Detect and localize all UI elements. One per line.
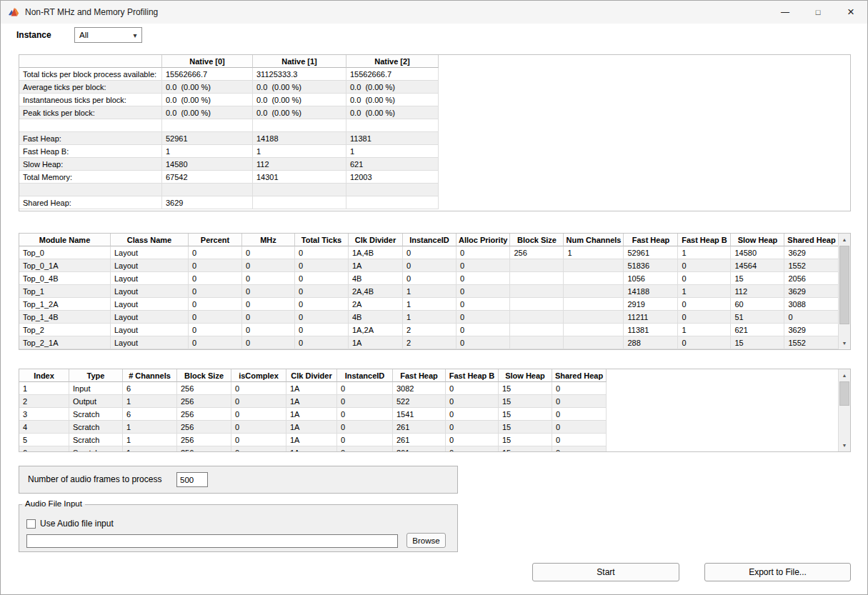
column-header[interactable]: Clk Divider: [286, 369, 337, 382]
table-cell[interactable]: 3629: [784, 324, 839, 336]
table-cell[interactable]: [510, 336, 564, 349]
table-cell[interactable]: 1552: [784, 259, 839, 272]
table-cell[interactable]: Layout: [111, 259, 189, 272]
table-cell[interactable]: 1: [678, 285, 731, 298]
table-cell[interactable]: Scratch: [69, 408, 123, 421]
table-cell[interactable]: 0.0 (0.00 %): [253, 106, 346, 119]
table-cell[interactable]: 0.0 (0.00 %): [346, 106, 439, 119]
table-cell[interactable]: 15: [499, 421, 552, 434]
table-cell[interactable]: Layout: [111, 246, 189, 259]
table-cell[interactable]: 1A,2A: [349, 324, 403, 336]
column-header[interactable]: [19, 55, 162, 68]
table-cell[interactable]: 621: [731, 324, 784, 336]
table-cell[interactable]: 1: [123, 434, 177, 446]
table-cell[interactable]: 0: [552, 408, 607, 421]
table-cell[interactable]: 0: [446, 382, 499, 395]
vertical-scrollbar[interactable]: ▲ ▼: [838, 234, 850, 349]
table-cell[interactable]: Top_1_2A: [19, 298, 111, 311]
table-cell[interactable]: 1A: [286, 395, 337, 408]
table-cell[interactable]: [510, 272, 564, 285]
table-cell[interactable]: 256: [177, 382, 231, 395]
table-cell[interactable]: 51836: [624, 259, 678, 272]
table-cell[interactable]: 0: [678, 259, 731, 272]
table-cell[interactable]: 0: [337, 382, 393, 395]
table-cell[interactable]: 0: [242, 272, 295, 285]
table-cell[interactable]: 0: [403, 246, 457, 259]
table-cell[interactable]: 67542: [162, 171, 253, 184]
table-cell[interactable]: 261: [393, 434, 446, 446]
table-cell[interactable]: [162, 119, 253, 132]
table-cell[interactable]: 1A: [349, 336, 403, 349]
column-header[interactable]: Fast Heap B: [678, 234, 731, 246]
table-cell[interactable]: 256: [177, 446, 231, 452]
column-header[interactable]: Class Name: [111, 234, 189, 246]
table-cell[interactable]: 0: [457, 272, 510, 285]
table-cell[interactable]: 0: [295, 259, 349, 272]
table-cell[interactable]: 0: [242, 259, 295, 272]
table-cell[interactable]: 112: [253, 158, 346, 171]
table-cell[interactable]: 1: [564, 246, 624, 259]
column-header[interactable]: Index: [19, 369, 69, 382]
table-cell[interactable]: [564, 285, 624, 298]
table-cell[interactable]: Input: [69, 382, 123, 395]
table-cell[interactable]: Scratch: [69, 446, 123, 452]
table-cell[interactable]: 3629: [784, 285, 839, 298]
table-cell[interactable]: 51: [731, 311, 784, 324]
table-cell[interactable]: 1A: [286, 434, 337, 446]
table-cell[interactable]: 1A: [286, 446, 337, 452]
table-cell[interactable]: [253, 196, 346, 209]
table-cell[interactable]: 0: [295, 272, 349, 285]
table-cell[interactable]: 2: [403, 336, 457, 349]
table-cell[interactable]: 0: [189, 298, 242, 311]
table-cell[interactable]: 0: [242, 336, 295, 349]
column-header[interactable]: Module Name: [19, 234, 111, 246]
table-cell[interactable]: Layout: [111, 336, 189, 349]
table-cell[interactable]: [510, 311, 564, 324]
table-cell[interactable]: 0: [295, 324, 349, 336]
table-cell[interactable]: 3629: [784, 246, 839, 259]
table-cell[interactable]: 0: [457, 246, 510, 259]
table-cell[interactable]: 256: [177, 408, 231, 421]
table-cell[interactable]: 1: [123, 446, 177, 452]
table-cell[interactable]: 0: [552, 395, 607, 408]
column-header[interactable]: Total Ticks: [295, 234, 349, 246]
table-cell[interactable]: Fast Heap B:: [19, 145, 162, 158]
table-cell[interactable]: 4: [19, 421, 69, 434]
table-cell[interactable]: Output: [69, 395, 123, 408]
table-cell[interactable]: 0.0 (0.00 %): [346, 94, 439, 106]
table-cell[interactable]: 0: [189, 259, 242, 272]
column-header[interactable]: InstanceID: [403, 234, 457, 246]
table-cell[interactable]: 0: [242, 285, 295, 298]
table-cell[interactable]: 52961: [624, 246, 678, 259]
table-cell[interactable]: 0: [678, 336, 731, 349]
table-cell[interactable]: 0: [189, 324, 242, 336]
table-cell[interactable]: 0: [457, 324, 510, 336]
table-cell[interactable]: [510, 324, 564, 336]
table-cell[interactable]: [510, 285, 564, 298]
table-cell[interactable]: [346, 196, 439, 209]
table-cell[interactable]: 261: [393, 421, 446, 434]
table-cell[interactable]: 0: [337, 408, 393, 421]
table-cell[interactable]: 52961: [162, 132, 253, 145]
table-cell[interactable]: 1541: [393, 408, 446, 421]
table-cell[interactable]: 2: [19, 395, 69, 408]
column-header[interactable]: Native [0]: [162, 55, 253, 68]
table-cell[interactable]: 0: [457, 336, 510, 349]
table-cell[interactable]: [346, 184, 439, 196]
table-cell[interactable]: 0: [446, 395, 499, 408]
table-cell[interactable]: 1: [678, 246, 731, 259]
start-button[interactable]: Start: [532, 563, 679, 581]
table-cell[interactable]: 2056: [784, 272, 839, 285]
table-cell[interactable]: Scratch: [69, 434, 123, 446]
table-cell[interactable]: 14188: [624, 285, 678, 298]
table-cell[interactable]: 0: [337, 421, 393, 434]
table-cell[interactable]: Layout: [111, 311, 189, 324]
column-header[interactable]: Fast Heap B: [446, 369, 499, 382]
table-cell[interactable]: 0: [295, 246, 349, 259]
table-cell[interactable]: 15: [731, 336, 784, 349]
table-cell[interactable]: 0: [189, 272, 242, 285]
scrollbar-thumb[interactable]: [839, 246, 849, 324]
column-header[interactable]: Fast Heap: [393, 369, 446, 382]
table-cell[interactable]: 0.0 (0.00 %): [346, 81, 439, 94]
table-cell[interactable]: 15: [499, 382, 552, 395]
